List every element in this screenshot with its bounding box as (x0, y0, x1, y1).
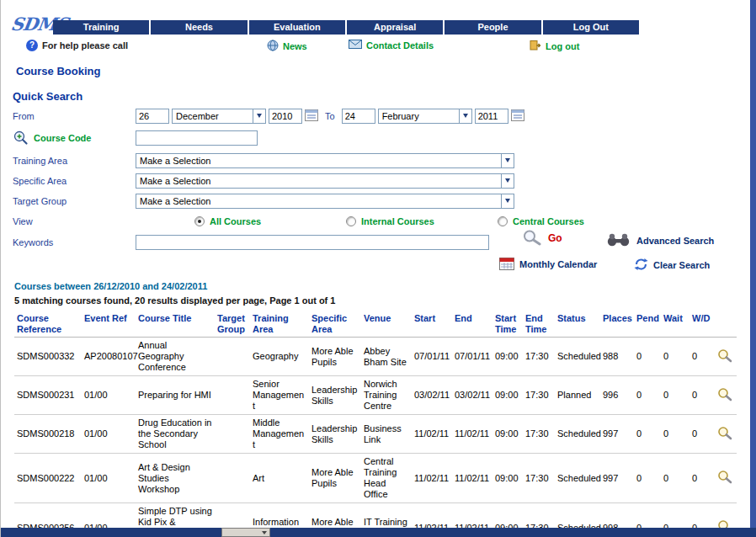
from-month-select[interactable]: December (172, 109, 266, 124)
cell-course_title: Annual Geography Conference (136, 338, 215, 376)
col-header-places: Places (600, 311, 634, 338)
view-course-button[interactable] (713, 454, 737, 503)
col-header-wait: Wait (661, 311, 689, 338)
logout-link[interactable]: Log out (530, 40, 579, 52)
news-globe-icon (267, 40, 279, 53)
from-month-value: December (173, 109, 253, 123)
cell-end_time: 17:30 (523, 338, 555, 376)
cell-status: Scheduled (555, 415, 600, 454)
specific-area-row: Specific Area Make a Selection (13, 173, 568, 189)
zoom-plus-icon[interactable] (13, 130, 30, 147)
col-header-specific_area: Specific Area (309, 311, 361, 338)
target-group-select[interactable]: Make a Selection (136, 194, 514, 209)
from-day-input[interactable] (136, 109, 169, 124)
course-booking-page: SDMS Training Needs Evaluation Appraisal… (0, 0, 756, 537)
cell-venue: Business Link (361, 415, 412, 454)
radio-all-courses[interactable]: All Courses (194, 216, 346, 226)
main-nav: Training Needs Evaluation Appraisal Peop… (53, 20, 639, 35)
results-range-title: Courses between 26/12/2010 and 24/02/201… (14, 281, 737, 291)
col-header-end: End (452, 311, 492, 338)
keywords-input[interactable] (136, 235, 489, 250)
chevron-down-icon[interactable] (501, 154, 514, 167)
radio-selected-icon (194, 216, 205, 226)
contact-details-link[interactable]: Contact Details (349, 40, 434, 51)
course-code-input[interactable] (136, 130, 258, 146)
nav-tab-people[interactable]: People (445, 20, 540, 35)
col-header-wd: W/D (689, 311, 713, 338)
monthly-calendar-label: Monthly Calendar (519, 259, 597, 269)
table-header-row: Course ReferenceEvent RefCourse TitleTar… (14, 311, 737, 338)
advanced-search-button[interactable]: Advanced Search (605, 232, 714, 248)
cell-wd: 0 (689, 415, 713, 454)
contact-details-label: Contact Details (366, 40, 434, 51)
keywords-label: Keywords (13, 237, 136, 247)
to-month-select[interactable]: February (378, 109, 472, 124)
course-row: SDMS00021801/00Drug Education in the Sec… (14, 415, 737, 454)
col-header-end_time: End Time (523, 311, 555, 338)
cell-course_reference: SDMS000231 (14, 376, 82, 415)
radio-internal-courses[interactable]: Internal Courses (346, 216, 498, 226)
training-area-select[interactable]: Make a Selection (136, 153, 514, 168)
course-code-label: Course Code (34, 133, 91, 143)
course-row: SDMS000332AP20080107Annual Geography Con… (14, 338, 737, 376)
nav-tab-logout[interactable]: Log Out (543, 20, 639, 35)
nav-tab-training[interactable]: Training (53, 20, 149, 35)
cell-places: 997 (600, 415, 634, 454)
cell-pend: 0 (634, 376, 661, 415)
nav-tab-evaluation[interactable]: Evaluation (249, 20, 345, 35)
cell-venue: Central Training Head Office (361, 454, 412, 503)
go-button[interactable]: Go (521, 229, 562, 247)
view-course-button[interactable] (713, 376, 737, 415)
cell-specific_area: More Able Pupils (309, 338, 361, 376)
go-magnifier-icon (521, 229, 543, 247)
cell-target_group (215, 415, 250, 454)
central-courses-label: Central Courses (513, 216, 584, 226)
clear-search-label: Clear Search (653, 260, 710, 270)
monthly-calendar-button[interactable]: Monthly Calendar (499, 256, 597, 272)
specific-area-select[interactable]: Make a Selection (136, 173, 514, 189)
view-course-button[interactable] (713, 415, 737, 454)
clear-search-button[interactable]: Clear Search (634, 258, 710, 273)
nav-tab-appraisal[interactable]: Appraisal (347, 20, 443, 35)
cell-course_reference: SDMS000332 (14, 338, 82, 376)
nav-tab-needs[interactable]: Needs (151, 20, 247, 35)
to-calendar-icon[interactable] (511, 109, 524, 123)
results-table: Course ReferenceEvent RefCourse TitleTar… (14, 311, 737, 537)
cell-status: Planned (555, 376, 600, 415)
keywords-row: Keywords (13, 234, 568, 250)
col-header-course_title: Course Title (136, 311, 215, 338)
cell-target_group (215, 338, 250, 376)
cell-event_ref: AP20080107 (82, 338, 136, 376)
cell-event_ref: 01/00 (82, 415, 136, 454)
cell-wait: 0 (661, 376, 689, 415)
cell-venue: Abbey Bham Site (361, 338, 412, 376)
monthly-calendar-icon (499, 256, 514, 272)
cell-event_ref: 01/00 (82, 454, 136, 503)
cell-start_time: 09:00 (492, 376, 523, 415)
refresh-arrows-icon (634, 258, 648, 273)
cell-end: 11/02/11 (452, 415, 492, 454)
cell-course_title: Art & Design Studies Workshop (136, 454, 215, 503)
cell-event_ref: 01/00 (82, 376, 136, 415)
to-day-input[interactable] (342, 109, 375, 124)
from-year-input[interactable] (269, 109, 302, 124)
cell-pend: 0 (634, 415, 661, 454)
to-year-input[interactable] (475, 109, 508, 124)
go-label: Go (548, 232, 562, 244)
chevron-down-icon[interactable] (253, 109, 265, 123)
from-calendar-icon[interactable] (305, 109, 318, 123)
advanced-search-label: Advanced Search (636, 236, 714, 246)
col-header-start_time: Start Time (492, 311, 523, 338)
magnifier-icon (716, 387, 733, 401)
cell-start_time: 09:00 (492, 415, 523, 454)
chevron-down-icon[interactable] (501, 194, 514, 208)
cell-wait: 0 (661, 338, 689, 376)
chevron-down-icon[interactable] (459, 109, 471, 123)
cell-end: 11/02/11 (452, 454, 492, 503)
cell-places: 988 (600, 338, 634, 376)
radio-central-courses[interactable]: Central Courses (498, 216, 649, 226)
news-link[interactable]: News (267, 40, 307, 53)
view-course-button[interactable] (713, 338, 737, 376)
cell-end_time: 17:30 (523, 454, 555, 503)
chevron-down-icon[interactable] (501, 174, 514, 188)
